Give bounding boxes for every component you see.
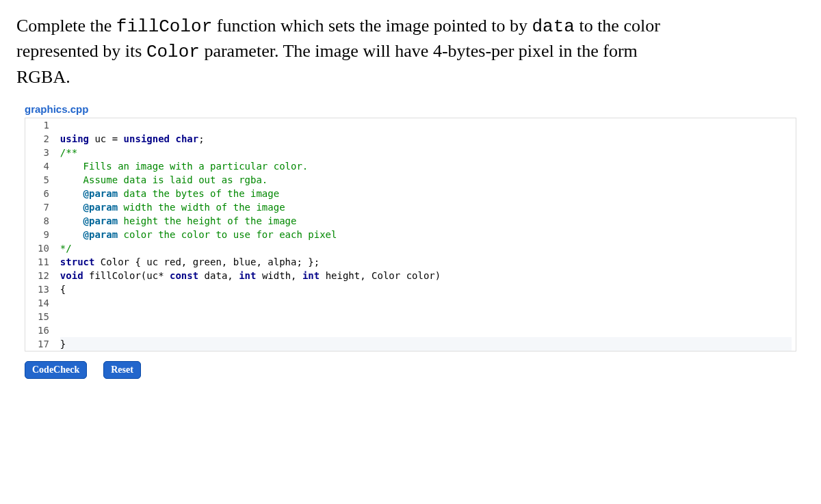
code-line[interactable]: } <box>60 337 792 351</box>
code-line[interactable]: Fills an image with a particular color. <box>60 159 792 173</box>
reset-button[interactable]: Reset <box>103 361 141 379</box>
code-line[interactable]: struct Color { uc red, green, blue, alph… <box>60 255 792 269</box>
line-gutter: 1234567891011121314151617 <box>25 118 56 351</box>
instr-text2: function which sets the image pointed to… <box>212 16 532 36</box>
code-line[interactable]: @param width the width of the image <box>60 200 792 214</box>
problem-statement: Complete the fillColor function which se… <box>16 14 666 90</box>
code-line[interactable]: using uc = unsigned char; <box>60 132 792 146</box>
code-line[interactable]: void fillColor(uc* const data, int width… <box>60 269 792 282</box>
instr-text: Complete the <box>16 16 116 36</box>
code-line[interactable] <box>60 310 792 323</box>
button-row: CodeCheck Reset <box>25 361 805 379</box>
code-body[interactable]: using uc = unsigned char;/** Fills an im… <box>56 118 796 351</box>
code-line[interactable]: Assume data is laid out as rgba. <box>60 173 792 187</box>
code-line[interactable]: /** <box>60 146 792 159</box>
codecheck-button[interactable]: CodeCheck <box>25 361 87 379</box>
instr-code1: fillColor <box>116 16 212 37</box>
code-line[interactable] <box>60 296 792 310</box>
instr-code2: data <box>532 16 574 37</box>
code-line[interactable]: @param data the bytes of the image <box>60 187 792 200</box>
filename-label: graphics.cpp <box>25 103 805 115</box>
code-line[interactable]: { <box>60 282 792 296</box>
code-line[interactable] <box>60 323 792 337</box>
code-line[interactable] <box>60 118 792 132</box>
code-editor[interactable]: 1234567891011121314151617 using uc = uns… <box>25 118 796 352</box>
code-line[interactable]: @param height the height of the image <box>60 214 792 228</box>
code-line[interactable]: @param color the color to use for each p… <box>60 228 792 241</box>
code-line[interactable]: */ <box>60 241 792 255</box>
instr-code3: Color <box>146 42 200 62</box>
